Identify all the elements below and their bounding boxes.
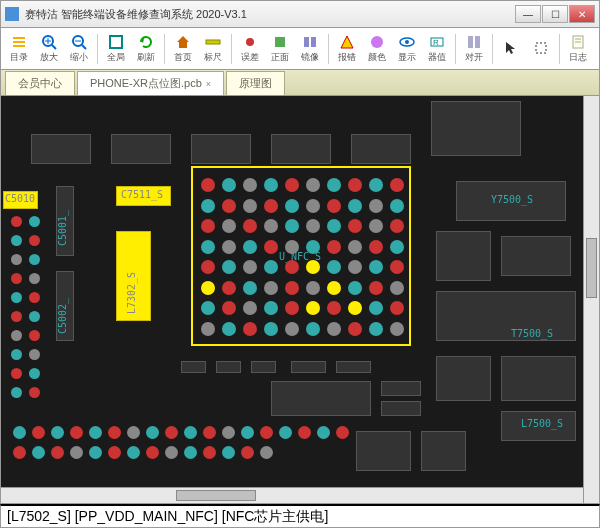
left-pad[interactable] bbox=[11, 254, 22, 265]
bottom-pad[interactable] bbox=[184, 426, 197, 439]
bga-pad[interactable] bbox=[327, 260, 341, 274]
bga-pad[interactable] bbox=[369, 240, 383, 254]
bga-pad[interactable] bbox=[306, 281, 320, 295]
minimize-button[interactable]: — bbox=[515, 5, 541, 23]
bga-pad[interactable] bbox=[390, 281, 404, 295]
bga-pad[interactable] bbox=[390, 240, 404, 254]
bga-pad[interactable] bbox=[222, 322, 236, 336]
bga-pad[interactable] bbox=[222, 240, 236, 254]
bottom-pad[interactable] bbox=[336, 426, 349, 439]
toolbar-front[interactable]: 正面 bbox=[266, 31, 294, 67]
bottom-pad[interactable] bbox=[260, 446, 273, 459]
bga-pad[interactable] bbox=[285, 178, 299, 192]
bga-pad[interactable] bbox=[348, 178, 362, 192]
left-pad[interactable] bbox=[11, 349, 22, 360]
bottom-pad[interactable] bbox=[70, 446, 83, 459]
tab-2[interactable]: 原理图 bbox=[226, 71, 285, 95]
left-pad[interactable] bbox=[29, 330, 40, 341]
bga-pad[interactable] bbox=[327, 199, 341, 213]
bga-pad[interactable] bbox=[243, 178, 257, 192]
bottom-pad[interactable] bbox=[146, 426, 159, 439]
tab-0[interactable]: 会员中心 bbox=[5, 71, 75, 95]
horizontal-scrollbar[interactable] bbox=[1, 487, 583, 503]
bga-pad[interactable] bbox=[285, 301, 299, 315]
toolbar-eye[interactable]: 显示 bbox=[393, 31, 421, 67]
bga-pad[interactable] bbox=[306, 322, 320, 336]
bottom-pad[interactable] bbox=[165, 446, 178, 459]
bottom-pad[interactable] bbox=[127, 446, 140, 459]
bga-pad[interactable] bbox=[243, 240, 257, 254]
bga-pad[interactable] bbox=[369, 260, 383, 274]
bga-pad[interactable] bbox=[201, 301, 215, 315]
bottom-pad[interactable] bbox=[260, 426, 273, 439]
toolbar-log[interactable]: 日志 bbox=[564, 31, 592, 67]
left-pad[interactable] bbox=[29, 216, 40, 227]
toolbar-val[interactable]: R器值 bbox=[423, 31, 451, 67]
tab-close-icon[interactable]: × bbox=[206, 79, 211, 89]
tab-1[interactable]: PHONE-XR点位图.pcb× bbox=[77, 71, 224, 95]
bga-pad[interactable] bbox=[369, 219, 383, 233]
component-t7500[interactable] bbox=[436, 291, 576, 341]
bga-pad[interactable] bbox=[285, 240, 299, 254]
bottom-pad[interactable] bbox=[70, 426, 83, 439]
bottom-pad[interactable] bbox=[203, 426, 216, 439]
bga-pad[interactable] bbox=[306, 260, 320, 274]
bga-pad[interactable] bbox=[369, 322, 383, 336]
bga-pad[interactable] bbox=[201, 322, 215, 336]
bga-pad[interactable] bbox=[222, 199, 236, 213]
bga-pad[interactable] bbox=[285, 199, 299, 213]
bottom-pad[interactable] bbox=[222, 426, 235, 439]
bottom-pad[interactable] bbox=[51, 426, 64, 439]
toolbar-sel[interactable] bbox=[527, 31, 555, 67]
left-pad[interactable] bbox=[11, 368, 22, 379]
bga-pad[interactable] bbox=[222, 260, 236, 274]
bga-pad[interactable] bbox=[327, 322, 341, 336]
bottom-pad[interactable] bbox=[32, 426, 45, 439]
bga-pad[interactable] bbox=[243, 322, 257, 336]
bga-pad[interactable] bbox=[264, 240, 278, 254]
bga-pad[interactable] bbox=[222, 281, 236, 295]
bga-pad[interactable] bbox=[390, 322, 404, 336]
bga-pad[interactable] bbox=[264, 199, 278, 213]
pcb-canvas[interactable]: C5010 C5001_ C7511_S C5002_ L7302_S U_NF… bbox=[0, 96, 600, 504]
bga-pad[interactable] bbox=[390, 178, 404, 192]
bga-pad[interactable] bbox=[264, 178, 278, 192]
bga-pad[interactable] bbox=[264, 260, 278, 274]
bga-pad[interactable] bbox=[201, 219, 215, 233]
bga-pad[interactable] bbox=[390, 219, 404, 233]
bga-pad[interactable] bbox=[222, 178, 236, 192]
left-pad[interactable] bbox=[11, 330, 22, 341]
left-pad[interactable] bbox=[11, 311, 22, 322]
bottom-pad[interactable] bbox=[13, 426, 26, 439]
left-pad[interactable] bbox=[11, 235, 22, 246]
left-pad[interactable] bbox=[29, 235, 40, 246]
bga-pad[interactable] bbox=[327, 219, 341, 233]
bga-pad[interactable] bbox=[201, 199, 215, 213]
bga-pad[interactable] bbox=[306, 199, 320, 213]
bottom-pad[interactable] bbox=[165, 426, 178, 439]
vertical-scrollbar[interactable] bbox=[583, 96, 599, 503]
toolbar-cursor[interactable] bbox=[497, 31, 525, 67]
bottom-pad[interactable] bbox=[89, 446, 102, 459]
bga-pad[interactable] bbox=[201, 240, 215, 254]
bga-pad[interactable] bbox=[243, 219, 257, 233]
left-pad[interactable] bbox=[29, 368, 40, 379]
bga-pad[interactable] bbox=[243, 199, 257, 213]
bga-pad[interactable] bbox=[306, 178, 320, 192]
left-pad[interactable] bbox=[29, 273, 40, 284]
bga-pad[interactable] bbox=[390, 301, 404, 315]
maximize-button[interactable]: ☐ bbox=[542, 5, 568, 23]
left-pad[interactable] bbox=[29, 349, 40, 360]
bottom-pad[interactable] bbox=[32, 446, 45, 459]
left-pad[interactable] bbox=[11, 216, 22, 227]
left-pad[interactable] bbox=[29, 254, 40, 265]
bga-pad[interactable] bbox=[348, 240, 362, 254]
bga-pad[interactable] bbox=[369, 281, 383, 295]
bottom-pad[interactable] bbox=[13, 446, 26, 459]
bga-pad[interactable] bbox=[369, 178, 383, 192]
bga-pad[interactable] bbox=[306, 301, 320, 315]
bottom-pad[interactable] bbox=[146, 446, 159, 459]
bga-pad[interactable] bbox=[264, 322, 278, 336]
bga-pad[interactable] bbox=[222, 301, 236, 315]
bga-pad[interactable] bbox=[285, 281, 299, 295]
